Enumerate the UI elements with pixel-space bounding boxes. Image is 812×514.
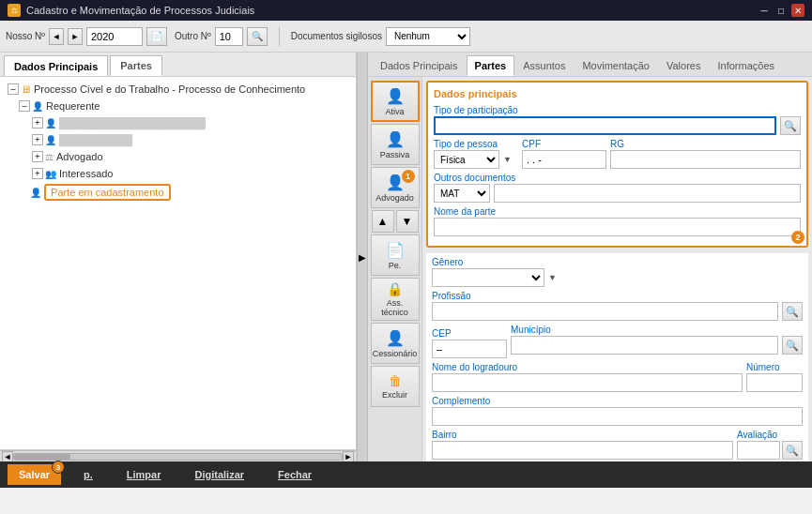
passiva-button[interactable]: 👤 Passiva (371, 124, 420, 165)
numero-input[interactable] (746, 373, 803, 392)
advogado-label: Advogado (56, 151, 103, 162)
tab-informacoes-right[interactable]: Informações (709, 55, 783, 76)
cep-label: CEP (432, 328, 507, 339)
expand-interessado[interactable]: + (32, 168, 43, 179)
genero-select[interactable] (432, 268, 544, 287)
tree-node-parte[interactable]: 👤 Parte em cadastramento (4, 184, 352, 201)
tree-node-person2[interactable]: + 👤 ██████████ (4, 131, 352, 148)
limpar-button[interactable]: Limpar (115, 464, 173, 485)
rg-field: RG (610, 139, 801, 169)
tab-movimentacao-right[interactable]: Movimentação (574, 55, 658, 76)
minimize-button[interactable]: ─ (758, 4, 771, 17)
excluir-button[interactable]: 🗑 Excluir (371, 366, 420, 407)
cep-input[interactable] (432, 340, 507, 358)
pe-button[interactable]: 📄 Pe. (371, 234, 420, 276)
tipo-pessoa-field: Tipo de pessoa Física Jurídica ▼ (434, 139, 518, 169)
genero-arrow: ▼ (548, 273, 557, 282)
parte-highlight-box[interactable]: Parte em cadastramento (44, 184, 170, 201)
maximize-button[interactable]: □ (774, 4, 788, 17)
municipio-label: Município (511, 325, 803, 335)
outros-doc-type-select[interactable]: MAT (434, 184, 490, 203)
tab-dados-principais-right[interactable]: Dados Principais (372, 55, 467, 76)
interessado-label: Interessado (59, 168, 113, 179)
outros-docs-label: Outros documentos (434, 173, 801, 183)
section-badge: 2 (791, 231, 804, 244)
tab-partes-right[interactable]: Partes (467, 55, 515, 76)
doc-icon-button[interactable]: 📄 (146, 27, 167, 46)
tipo-participacao-input[interactable] (434, 116, 776, 135)
tree-area: – 🖥 Processo Cível e do Trabalho - Proce… (0, 77, 356, 449)
bairro-field: Bairro (432, 430, 733, 460)
imprimir-button[interactable]: p. (72, 464, 104, 485)
ativa-button[interactable]: 👤 Ativa (371, 81, 420, 122)
profissao-input[interactable] (432, 302, 778, 321)
tab-partes[interactable]: Partes (110, 55, 162, 76)
bairro-input[interactable] (432, 441, 733, 460)
tree-node-person1[interactable]: + 👤 ████████████████████ (4, 114, 352, 131)
rg-label: RG (610, 139, 801, 149)
outros-doc-input[interactable] (494, 184, 801, 203)
avaliacao-label: Avaliação (737, 430, 803, 440)
digitalizar-button[interactable]: Digitalizar (184, 464, 256, 485)
scroll-left-button[interactable]: ◄ (2, 451, 13, 462)
numero-field: Número (746, 362, 803, 392)
municipio-field: Município 🔍 (511, 325, 803, 358)
expand-root[interactable]: – (8, 83, 19, 95)
excluir-icon: 🗑 (389, 373, 402, 388)
cpf-label: CPF (522, 139, 606, 149)
tab-valores-right[interactable]: Valores (658, 55, 709, 76)
tree-node-interessado[interactable]: + 👥 Interessado (4, 165, 352, 182)
fechar-button[interactable]: Fechar (267, 464, 323, 485)
municipio-input[interactable] (511, 336, 778, 355)
tab-dados-principais[interactable]: Dados Principais (4, 55, 108, 76)
nome-input[interactable] (434, 218, 801, 236)
tree-node-advogado[interactable]: + ⚖ Advogado (4, 148, 352, 165)
complemento-group: Complemento (432, 396, 803, 426)
expand-advogado[interactable]: + (32, 151, 43, 162)
avaliacao-input[interactable] (737, 441, 780, 460)
docs-field: Documentos sigilosos Nenhum (291, 27, 470, 46)
avaliacao-field: Avaliação 🔍 (737, 430, 803, 460)
tree-node-requerente[interactable]: – 👤 Requerente (4, 98, 352, 114)
advogado-button[interactable]: 👤 Advogado 1 (371, 167, 420, 208)
person2-label: ██████████ (59, 134, 132, 145)
form-panel: Dados principais 2 Tipo de participação … (422, 77, 812, 461)
outro-input[interactable] (215, 27, 243, 46)
tipo-participacao-search[interactable]: 🔍 (780, 116, 801, 135)
cessionario-button[interactable]: 👤 Cessionário (371, 323, 420, 364)
outros-docs-row: MAT (434, 184, 801, 203)
scroll-right-button[interactable]: ► (343, 451, 354, 462)
expand-requerente[interactable]: – (19, 100, 30, 112)
tipo-pessoa-select[interactable]: Física Jurídica (434, 150, 499, 169)
cpf-field: CPF (522, 139, 606, 169)
cpf-input[interactable] (522, 150, 606, 169)
nome-group: Nome da parte (434, 206, 801, 236)
close-button[interactable]: ✕ (791, 4, 804, 17)
tipo-pessoa-label: Tipo de pessoa (434, 139, 518, 149)
nav-next-button[interactable]: ► (68, 28, 83, 45)
ass-tecnico-button[interactable]: 🔒 Ass. técnico (371, 278, 420, 321)
expand-down-button[interactable]: ▼ (396, 210, 419, 233)
tree-root[interactable]: – 🖥 Processo Cível e do Trabalho - Proce… (4, 81, 352, 98)
docs-select[interactable]: Nenhum (386, 27, 470, 46)
horizontal-scrollbar[interactable]: ◄ ► (0, 450, 356, 461)
municipio-search[interactable]: 🔍 (782, 336, 803, 355)
salvar-button[interactable]: Salvar 3 (8, 464, 61, 485)
nosso-input[interactable] (86, 27, 143, 46)
tab-assuntos-right[interactable]: Assuntos (514, 55, 574, 76)
tipo-participacao-label: Tipo de participação (434, 105, 801, 115)
expand-person1[interactable]: + (32, 117, 43, 128)
nav-prev-button[interactable]: ◄ (49, 28, 64, 45)
advogado-badge: 1 (402, 170, 415, 183)
search-outro-button[interactable]: 🔍 (247, 27, 268, 46)
logradouro-input[interactable] (432, 373, 743, 392)
avaliacao-search[interactable]: 🔍 (782, 441, 803, 460)
profissao-search[interactable]: 🔍 (782, 302, 803, 321)
municipio-row: 🔍 (511, 336, 803, 355)
rg-input[interactable] (610, 150, 801, 169)
panel-expand-handle[interactable]: ▶ (357, 53, 368, 461)
complemento-input[interactable] (432, 407, 803, 426)
expand-up-button[interactable]: ▲ (372, 210, 394, 233)
bairro-avaliacao-row: Bairro Avaliação 🔍 (432, 430, 803, 460)
expand-person2[interactable]: + (32, 134, 43, 145)
